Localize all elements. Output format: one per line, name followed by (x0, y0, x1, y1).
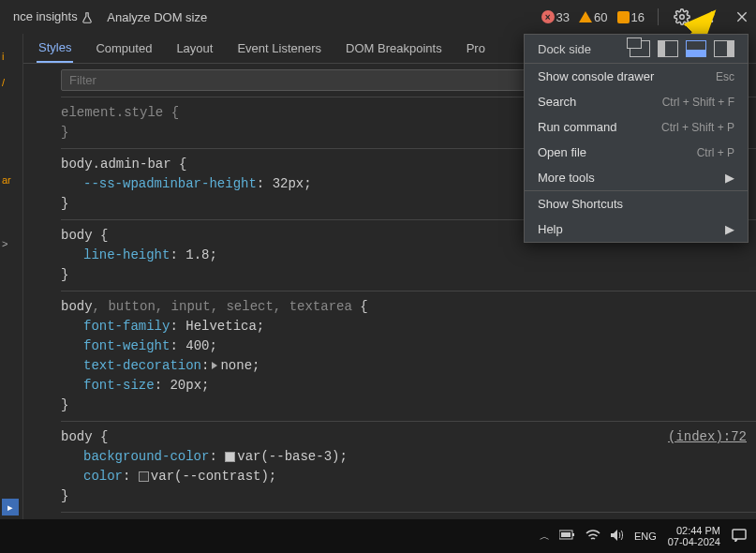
svg-point-3 (711, 20, 713, 22)
date-label: 07-04-2024 (668, 536, 720, 547)
menu-show-console[interactable]: Show console drawer Esc (525, 64, 748, 89)
selector: body (61, 228, 93, 243)
warning-number: 60 (594, 10, 607, 24)
notifications-icon[interactable] (732, 529, 747, 544)
dock-bottom-button[interactable] (686, 40, 706, 57)
dock-side-row: Dock side (525, 35, 748, 63)
selector: body (61, 429, 93, 444)
analyze-dom-size-label[interactable]: Analyze DOM size (107, 10, 207, 24)
divider (658, 8, 659, 25)
tab-layout[interactable]: Layout (174, 35, 215, 62)
tab-properties[interactable]: Pro (465, 35, 487, 62)
selector: element.style (61, 105, 163, 120)
wifi-icon[interactable] (586, 529, 600, 544)
tab-styles[interactable]: Styles (37, 34, 73, 63)
flask-icon (81, 11, 94, 24)
source-link[interactable]: (index):72 (668, 427, 747, 447)
menu-open-file[interactable]: Open file Ctrl + P (525, 140, 748, 165)
error-number: 33 (556, 10, 570, 24)
gutter-item: / (0, 71, 22, 94)
more-menu-button[interactable] (702, 7, 722, 27)
svg-point-2 (711, 16, 713, 18)
panel-toggle-button[interactable]: ▸ (2, 499, 19, 516)
expand-icon[interactable] (212, 362, 217, 369)
dock-undock-button[interactable] (630, 40, 650, 57)
system-tray: ︿ ENG (540, 529, 657, 544)
chevron-right-icon: ▶ (725, 222, 734, 236)
menu-search[interactable]: Search Ctrl + Shift + F (525, 89, 748, 114)
chevron-right-icon: ▶ (725, 171, 734, 185)
gear-icon[interactable] (672, 7, 692, 27)
css-rule[interactable]: (index):57 body, button, input, select, … (61, 512, 756, 519)
selector: body.admin-bar (61, 157, 171, 172)
topbar-right: × 33 60 16 (541, 7, 752, 27)
clock[interactable]: 02:44 PM 07-04-2024 (668, 525, 720, 547)
svg-rect-7 (561, 532, 571, 537)
chevron-up-icon[interactable]: ︿ (540, 530, 550, 544)
battery-icon[interactable] (559, 530, 576, 543)
gutter-item: ar (0, 169, 22, 191)
menu-help[interactable]: Help ▶ (525, 217, 748, 242)
color-swatch[interactable] (139, 471, 149, 482)
warning-icon (579, 11, 592, 22)
menu-more-tools[interactable]: More tools ▶ (525, 165, 748, 190)
tab-event-listeners[interactable]: Event Listeners (235, 35, 323, 62)
svg-rect-6 (572, 533, 574, 536)
menu-run-command[interactable]: Run command Ctrl + Shift + P (525, 114, 748, 140)
dock-right-button[interactable] (714, 40, 734, 57)
menu-shortcuts[interactable]: Show Shortcuts (525, 191, 748, 217)
error-count[interactable]: × 33 (541, 10, 570, 24)
time-label: 02:44 PM (668, 525, 720, 536)
gutter-item: > (0, 232, 22, 255)
topbar-left: nce insights Analyze DOM size (4, 9, 541, 24)
tab-dom-breakpoints[interactable]: DOM Breakpoints (344, 35, 444, 62)
css-rule[interactable]: body, button, input, select, textarea { … (61, 291, 756, 421)
color-swatch[interactable] (225, 452, 235, 462)
dock-side-label: Dock side (538, 42, 591, 56)
error-icon: × (541, 10, 555, 23)
left-gutter: i / ar > (0, 34, 23, 519)
volume-icon[interactable] (610, 529, 625, 544)
issues-number: 16 (631, 10, 645, 24)
warning-count[interactable]: 60 (579, 10, 607, 24)
close-devtools-button[interactable] (732, 7, 752, 27)
language-indicator[interactable]: ENG (634, 531, 657, 542)
tab-computed[interactable]: Computed (94, 35, 154, 62)
gutter-item: i (0, 45, 22, 67)
svg-point-1 (711, 11, 713, 13)
issues-count[interactable]: 16 (617, 10, 645, 24)
svg-rect-8 (733, 530, 746, 539)
issues-icon (617, 11, 630, 23)
dock-left-button[interactable] (658, 40, 678, 57)
devtools-topbar: nce insights Analyze DOM size × 33 60 16 (0, 0, 756, 34)
devtools-main-menu: Dock side Show console drawer Esc Search… (524, 34, 749, 243)
windows-taskbar: ︿ ENG 02:44 PM 07-04-2024 (0, 519, 756, 553)
css-rule[interactable]: (index):72 body { background-color: var(… (61, 421, 756, 512)
insights-fragment: nce insights (13, 9, 94, 24)
svg-point-0 (680, 15, 685, 20)
